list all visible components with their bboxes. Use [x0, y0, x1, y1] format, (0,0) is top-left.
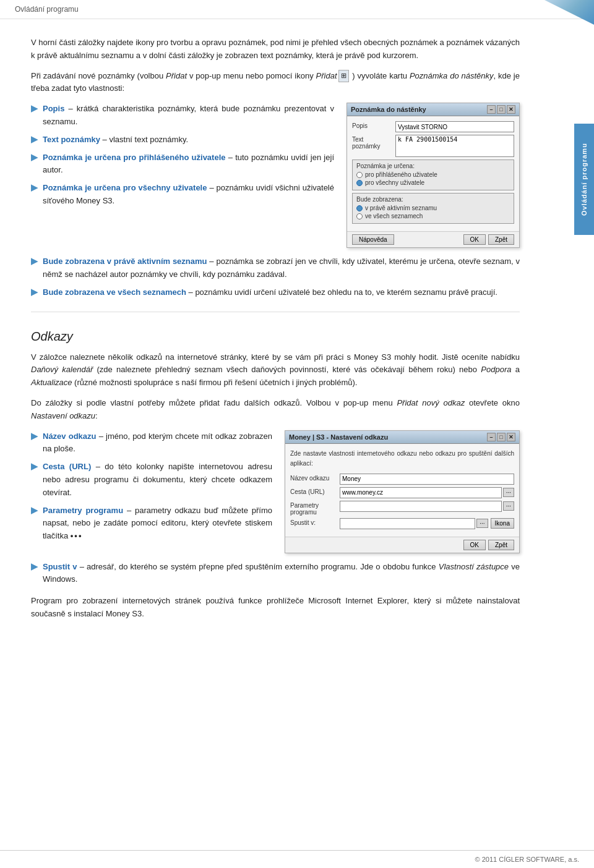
intro-p2-start: Při zadávání nové poznámky (volbou: [31, 71, 166, 80]
screenshot-footer-2: OK Zpět: [285, 537, 519, 553]
parametry-browse-btn[interactable]: ···: [503, 501, 514, 511]
screenshot-body-2: Zde nastavte vlastnosti internetového od…: [285, 444, 519, 537]
page-footer: © 2011 CÍGLER SOFTWARE, a.s.: [0, 850, 594, 868]
close-btn-2[interactable]: ✕: [507, 433, 515, 441]
form-input-spustit[interactable]: [340, 518, 475, 529]
form-input-cesta[interactable]: [340, 487, 502, 498]
form-row-nazev: Název odkazu: [290, 474, 514, 485]
form-input-nazev[interactable]: [340, 474, 514, 485]
footer-right-btns-1: OK Zpět: [463, 234, 514, 245]
radio-group-zobrazena-title: Bude zobrazena:: [356, 196, 510, 203]
radio-dot-prihlaseny: [356, 172, 363, 178]
radio-vsechny: ve všech seznamech: [356, 213, 510, 219]
radio-label-vsechny: ve všech seznamech: [365, 213, 423, 219]
odkaz-section: ▶ Název odkazu – jméno, pod kterým chcet…: [31, 430, 520, 553]
form-input-parametry[interactable]: [340, 501, 502, 512]
bullet-vsechny-seznamy-text: Bude zobrazena ve všech seznamech – pozn…: [43, 286, 497, 299]
odkazy-p1-mid2: a: [511, 365, 520, 374]
screenshot-titlebar-2: Money | S3 - Nastavení odkazu – □ ✕: [285, 431, 519, 444]
minimize-btn-2[interactable]: –: [487, 433, 496, 441]
bullet-parametry: ▶ Parametry programu – parametry odkazu …: [31, 504, 272, 543]
bullet-text-poznamky-text: Text poznámky – vlastní text poznámky.: [43, 134, 188, 147]
screenshot2-desc: Zde nastavte vlastnosti internetového od…: [290, 449, 514, 469]
bullet-urcena-vsichni: ▶ Poznámka je určena pro všechny uživate…: [31, 182, 334, 208]
bullet-urcena-prihlaseny: ▶ Poznámka je určena pro přihlášeného už…: [31, 151, 334, 177]
odkazy-p2-mid: otevřete okno: [465, 398, 520, 407]
form-label-text: Textpoznámky: [352, 135, 395, 150]
form-input-text[interactable]: k FA 29001500154: [395, 135, 514, 157]
screenshot-box-2: Money | S3 - Nastavení odkazu – □ ✕ Zde …: [285, 430, 520, 553]
bullet-text-poznamky: ▶ Text poznámky – vlastní text poznámky.: [31, 134, 334, 147]
bullet-cesta-url: ▶ Cesta (URL) – do této kolonky napište …: [31, 461, 272, 499]
poznamka-section: ▶ Popis – krátká charakteristika poznámk…: [31, 103, 520, 248]
bullet-flag-4: ▶: [31, 182, 38, 192]
form-row-parametry: Parametryprogramu ···: [290, 501, 514, 516]
form-row-popis: Popis: [352, 121, 514, 132]
main-content: V horní části záložky najdete ikony pro …: [0, 19, 557, 645]
section-divider: [31, 312, 520, 312]
odkazy-p2-end: :: [95, 411, 98, 420]
section-heading-odkazy: Odkazy: [31, 330, 520, 344]
screenshot-title-2: Money | S3 - Nastavení odkazu: [289, 433, 388, 441]
bullet-spustit-v: ▶ Spustit v – adresář, do kterého se sys…: [31, 561, 520, 587]
bullet-flag-1: ▶: [31, 103, 38, 113]
bullet-flag-3: ▶: [31, 152, 38, 162]
screenshot-footer-1: Nápověda OK Zpět: [347, 231, 519, 247]
napoveda-button-1[interactable]: Nápověda: [352, 234, 394, 245]
maximize-btn-1[interactable]: □: [497, 105, 506, 114]
maximize-btn-2[interactable]: □: [497, 433, 506, 441]
form-input-cesta-wrapper: ···: [340, 487, 514, 498]
form-input-spustit-wrapper: ···: [340, 518, 488, 529]
screenshot-body-1: Popis Textpoznámky k FA 29001500154 Pozn…: [347, 116, 519, 231]
radio-dot-vsichni: [356, 180, 363, 186]
footer-text: © 2011 CÍGLER SOFTWARE, a.s.: [475, 856, 579, 863]
zpet-button-2[interactable]: Zpět: [488, 540, 514, 550]
screenshot-poznamka: Poznámka do nástěnky – □ ✕ Popis Textpoz…: [346, 103, 520, 248]
bullet-urcena-vsichni-text: Poznámka je určena pro všechny uživatele…: [43, 182, 334, 208]
bullet-flag-6: ▶: [31, 287, 38, 297]
screenshot2-right: Money | S3 - Nastavení odkazu – □ ✕ Zde …: [285, 430, 520, 553]
minimize-btn-1[interactable]: –: [487, 105, 496, 114]
radio-group-urcena-title: Poznámka je určena:: [356, 163, 510, 169]
pridat-icon-label: Přidat: [316, 71, 337, 80]
bullet-flag-5: ▶: [31, 256, 38, 266]
podpora-link: Podpora: [481, 365, 511, 374]
odkazy-p1-mid: (zde naleznete přehledný seznam všech da…: [93, 365, 481, 374]
cesta-browse-btn[interactable]: ···: [503, 488, 514, 497]
icon-inline-pridat: ⊞: [338, 70, 349, 82]
form-label-spustit: Spustit v:: [290, 518, 340, 526]
bullet-popis-text: Popis – krátká charakteristika poznámky,…: [43, 103, 334, 129]
spustit-browse-btn[interactable]: ···: [476, 519, 488, 528]
bullets-left: ▶ Popis – krátká charakteristika poznámk…: [31, 103, 334, 248]
radio-dot-aktivni: [356, 205, 363, 211]
titlebar-controls-1: – □ ✕: [487, 105, 515, 114]
form-input-popis[interactable]: [395, 121, 514, 132]
bullet-flag-cesta: ▶: [31, 461, 38, 471]
bullet-nazev-odkazu: ▶ Název odkazu – jméno, pod kterým chcet…: [31, 430, 272, 456]
radio-group-urcena: Poznámka je určena: pro přihlášeného uži…: [352, 160, 514, 190]
nastaveni-odkazu: Nastavení odkazu: [31, 411, 95, 420]
ok-button-2[interactable]: OK: [463, 540, 486, 550]
bullet-flag-parametry: ▶: [31, 505, 38, 515]
titlebar-controls-2: – □ ✕: [487, 433, 515, 441]
close-btn-1[interactable]: ✕: [507, 105, 515, 114]
aktualizace-link: Aktualizace: [31, 378, 72, 387]
ok-button-1[interactable]: OK: [463, 234, 486, 245]
zpet-button-1[interactable]: Zpět: [488, 234, 514, 245]
form-row-text: Textpoznámky k FA 29001500154: [352, 135, 514, 157]
form-row-spustit: Spustit v: ··· Ikona: [290, 518, 514, 529]
bullet-aktivni-seznam-text: Bude zobrazena v právě aktivním seznamu …: [43, 255, 520, 281]
radio-label-vsichni: pro všechny uživatele: [365, 179, 424, 186]
screenshot-box-1: Poznámka do nástěnky – □ ✕ Popis Textpoz…: [346, 103, 520, 248]
bullet-cesta-text: Cesta (URL) – do této kolonky napište in…: [43, 461, 272, 499]
bullet-flag-2: ▶: [31, 134, 38, 144]
footer-right-btns-2: OK Zpět: [463, 540, 514, 550]
form-label-cesta: Cesta (URL): [290, 487, 340, 495]
final-paragraph: Program pro zobrazení internetových strá…: [31, 595, 520, 621]
ikona-button[interactable]: Ikona: [491, 518, 514, 529]
odkazy-p2-start: Do záložky si podle vlastní potřeby může…: [31, 398, 397, 407]
form-label-parametry: Parametryprogramu: [290, 501, 340, 516]
radio-dot-vsechny: [356, 213, 363, 219]
bullet-urcena-prihlaseny-text: Poznámka je určena pro přihlášeného uživ…: [43, 151, 334, 177]
radio-vsichni: pro všechny uživatele: [356, 179, 510, 186]
